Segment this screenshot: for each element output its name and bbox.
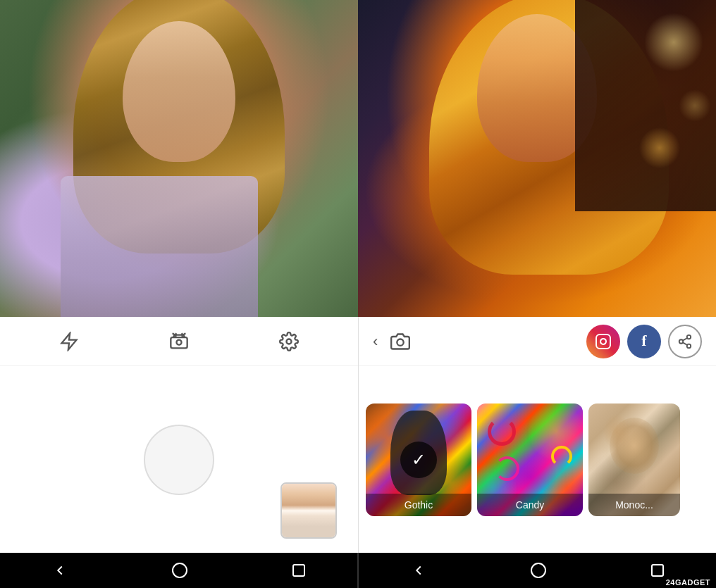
original-photo-panel <box>0 0 358 317</box>
social-icons: f <box>586 325 702 358</box>
gothic-label: Gothic <box>366 494 471 516</box>
nav-home-right[interactable] <box>531 563 546 578</box>
nav-bar-right: 24GADGET <box>359 553 716 588</box>
nav-home-left[interactable] <box>172 563 187 578</box>
svg-line-9 <box>683 342 687 345</box>
bottom-area: ‹ f <box>0 317 716 553</box>
left-bottom-panel <box>0 317 358 553</box>
svg-point-8 <box>687 344 691 348</box>
settings-button[interactable] <box>275 327 303 356</box>
svg-point-2 <box>287 339 292 344</box>
candy-label: Candy <box>477 494 583 516</box>
style-circle-placeholder <box>144 425 214 495</box>
watermark: 24GADGET <box>666 578 710 587</box>
right-bottom-panel: ‹ f <box>358 317 716 553</box>
svg-line-10 <box>683 337 687 340</box>
svg-point-6 <box>687 334 691 339</box>
instagram-button[interactable] <box>586 325 620 358</box>
nav-recents-right[interactable] <box>651 564 664 577</box>
svg-point-3 <box>397 339 404 345</box>
nav-back-right[interactable] <box>411 563 426 578</box>
style-item-gothic[interactable]: ✓ Gothic <box>366 404 471 516</box>
facebook-button[interactable]: f <box>627 325 661 358</box>
back-button[interactable]: ‹ <box>373 332 378 351</box>
nav-bar-left <box>0 553 357 588</box>
dress-left <box>61 176 258 317</box>
mini-photo-inner <box>282 484 335 537</box>
camera-button-right[interactable] <box>386 327 414 356</box>
style-selector-right: ✓ Gothic Candy <box>359 366 716 553</box>
style-selector-left <box>0 366 358 553</box>
facebook-label: f <box>641 333 646 350</box>
mono-label: Monoc... <box>588 494 680 516</box>
rotate-camera-button[interactable] <box>165 327 193 356</box>
flash-button[interactable] <box>55 327 83 356</box>
styled-photo-panel <box>358 0 716 317</box>
style-item-monochrome[interactable]: Monoc... <box>588 404 680 516</box>
svg-point-7 <box>679 339 684 344</box>
style-item-candy[interactable]: Candy <box>477 404 583 516</box>
nav-recents-left[interactable] <box>292 564 305 577</box>
svg-marker-0 <box>62 333 77 349</box>
share-button[interactable] <box>668 325 702 358</box>
top-images <box>0 0 716 317</box>
svg-rect-4 <box>596 334 610 349</box>
selected-check: ✓ <box>400 442 437 478</box>
toolbar-right: ‹ f <box>359 317 716 366</box>
toolbar-left <box>0 317 358 366</box>
nav-back-left[interactable] <box>52 563 68 578</box>
mini-photo-thumbnail[interactable] <box>280 482 337 539</box>
svg-point-1 <box>177 339 182 344</box>
nav-bars: 24GADGET <box>0 553 716 588</box>
bg-sparkles <box>575 0 716 211</box>
